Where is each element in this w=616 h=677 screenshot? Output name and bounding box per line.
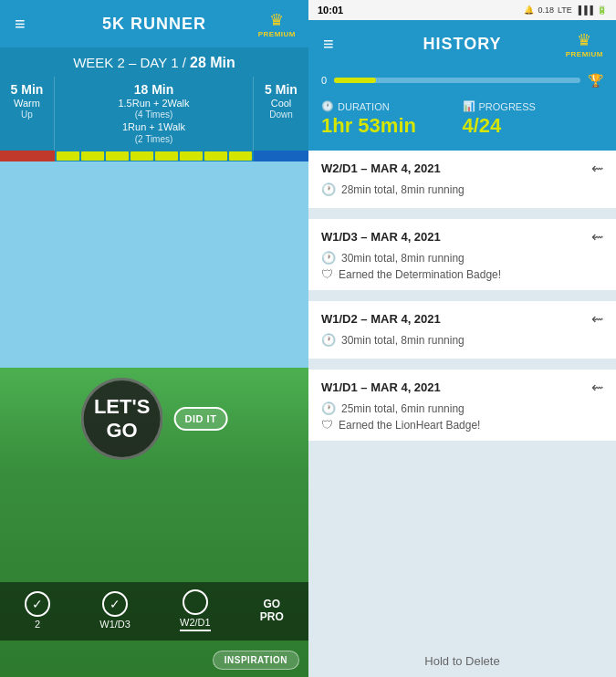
history-day-label: W2/D1 – MAR 4, 2021 (321, 161, 441, 175)
did-it-button[interactable]: DID IT (174, 407, 228, 431)
clock-icon: 🕐 (321, 100, 334, 112)
nav-go-pro[interactable]: GOPRO (260, 598, 284, 623)
history-header: W1/D1 – MAR 4, 2021 ⇜ (321, 379, 603, 396)
left-panel: ≡ 5K RUNNER ♛ PREMIUM WEEK 2 – DAY 1 / 2… (0, 0, 308, 677)
trophy-icon: 🏆 (588, 73, 603, 88)
right-premium-text: PREMIUM (566, 50, 603, 58)
main-sub2: (2 Times) (135, 134, 173, 145)
nav-prev[interactable]: ✓ 2 (25, 591, 50, 630)
color-bars (0, 151, 308, 161)
history-item[interactable]: W2/D1 – MAR 4, 2021 ⇜ 🕐 28min total, 8mi… (308, 151, 616, 208)
cool-label: Cool (271, 97, 292, 109)
clock-detail-icon: 🕐 (321, 333, 336, 347)
progress-track: 0 🏆 (321, 73, 603, 88)
main-sub1: (4 Times) (135, 109, 173, 120)
right-header: ≡ HISTORY ♛ PREMIUM (308, 20, 616, 68)
badge-detail: 🛡 Earned the LionHeart Badge! (321, 418, 603, 432)
red-bar (0, 151, 55, 161)
nav-prev-label: 2 (35, 619, 40, 630)
badge-text: Earned the Determination Badge! (339, 268, 501, 281)
history-item[interactable]: W1/D1 – MAR 4, 2021 ⇜ 🕐 25min total, 6mi… (308, 370, 616, 441)
yblock (106, 151, 129, 161)
duration-value: 1hr 53min (321, 114, 463, 138)
nav-w1d3[interactable]: ✓ W1/D3 (99, 591, 131, 630)
nav-prev-icon: ✓ (25, 591, 50, 617)
left-title: 5K RUNNER (102, 15, 206, 34)
data-indicator: 0.18 (538, 5, 554, 15)
badge-detail: 🛡 Earned the Determination Badge! (321, 267, 603, 281)
history-detail: 🕐 25min total, 6min running (321, 401, 603, 415)
week-label: WEEK 2 – DAY 1 / (73, 55, 190, 70)
clock-detail-icon: 🕐 (321, 182, 336, 196)
inspiration-button[interactable]: INSPIRATION (213, 651, 299, 670)
landscape: LET'S GO DID IT ✓ 2 ✓ W1/D3 W2/D1 GOPRO … (0, 161, 308, 677)
progress-zero: 0 (321, 75, 327, 86)
nav-w1d3-label: W1/D3 (99, 619, 131, 630)
delete-section[interactable]: Hold to Delete (308, 638, 616, 677)
stats-row: 🕐 DURATION 1hr 53min 📊 PROGRESS 4/24 (308, 97, 616, 151)
yblock (57, 151, 79, 161)
left-menu-icon[interactable]: ≡ (15, 14, 26, 35)
clock-detail-icon: 🕐 (321, 251, 336, 265)
history-header: W1/D3 – MAR 4, 2021 ⇜ (321, 228, 603, 245)
progress-label: 📊 PROGRESS (463, 100, 604, 112)
week-duration: 28 Min (190, 55, 235, 70)
warm-min: 5 Min (11, 82, 44, 97)
yellow-blocks (55, 151, 254, 161)
detail-text: 28min total, 8min running (341, 183, 465, 196)
badge-icon: 🛡 (321, 267, 333, 281)
yblock (131, 151, 153, 161)
status-icons: 🔔 0.18 LTE ▐▐▐ 🔋 (524, 5, 607, 15)
progress-bar-bg (334, 78, 580, 83)
progress-stat: 📊 PROGRESS 4/24 (463, 100, 604, 138)
history-detail: 🕐 30min total, 8min running (321, 333, 603, 347)
duration-label: 🕐 DURATION (321, 100, 463, 112)
yblock (229, 151, 252, 161)
history-item[interactable]: W1/D3 – MAR 4, 2021 ⇜ 🕐 30min total, 8mi… (308, 219, 616, 290)
go-button[interactable]: LET'S GO (81, 378, 163, 460)
left-premium-text: PREMIUM (258, 30, 296, 38)
alarm-icon: 🔔 (524, 5, 534, 15)
duration-stat: 🕐 DURATION 1hr 53min (321, 100, 463, 138)
history-item[interactable]: W1/D2 – MAR 4, 2021 ⇜ 🕐 30min total, 8mi… (308, 301, 616, 359)
history-day-label: W1/D1 – MAR 4, 2021 (321, 380, 441, 394)
yblock (180, 151, 203, 161)
right-menu-icon[interactable]: ≡ (323, 34, 334, 55)
history-day-label: W1/D2 – MAR 4, 2021 (321, 312, 441, 326)
main-segment: 18 Min 1.5Run + 2Walk (4 Times) 1Run + 1… (55, 77, 254, 151)
right-title: HISTORY (423, 35, 501, 54)
progress-bar-fill (334, 78, 376, 83)
detail-text: 30min total, 8min running (341, 252, 465, 265)
blue-bar (254, 151, 308, 161)
share-icon[interactable]: ⇜ (591, 310, 603, 328)
battery-icon: 🔋 (597, 5, 607, 15)
yblock (81, 151, 104, 161)
history-header: W1/D2 – MAR 4, 2021 ⇜ (321, 310, 603, 328)
status-time: 10:01 (318, 5, 343, 16)
history-day-label: W1/D3 – MAR 4, 2021 (321, 230, 441, 244)
history-detail: 🕐 30min total, 8min running (321, 251, 603, 265)
share-icon[interactable]: ⇜ (591, 160, 603, 177)
nav-w2d1[interactable]: W2/D1 (180, 589, 211, 631)
week-banner: WEEK 2 – DAY 1 / 28 Min (0, 47, 308, 77)
share-icon[interactable]: ⇜ (591, 379, 603, 396)
nav-w2d1-label: W2/D1 (180, 617, 211, 631)
nav-w2d1-icon (183, 589, 208, 615)
right-panel: 10:01 🔔 0.18 LTE ▐▐▐ 🔋 ≡ HISTORY ♛ PREMI… (308, 0, 616, 677)
detail-text: 25min total, 6min running (341, 402, 465, 415)
main-label2: 1Run + 1Walk (122, 120, 185, 133)
chart-icon: 📊 (463, 100, 475, 112)
history-header: W2/D1 – MAR 4, 2021 ⇜ (321, 160, 603, 177)
main-min: 18 Min (134, 82, 174, 97)
nav-w1d3-icon: ✓ (102, 591, 128, 617)
go-line2: GO (106, 419, 137, 443)
yblock (204, 151, 227, 161)
warm-sub: Up (21, 109, 33, 120)
badge-icon: 🛡 (321, 418, 333, 432)
detail-text: 30min total, 8min running (341, 334, 465, 347)
clock-detail-icon: 🕐 (321, 401, 336, 415)
history-detail: 🕐 28min total, 8min running (321, 182, 603, 196)
left-header: ≡ 5K RUNNER ♛ PREMIUM (0, 0, 308, 47)
share-icon[interactable]: ⇜ (591, 228, 603, 245)
warm-label: Warm (14, 97, 40, 109)
